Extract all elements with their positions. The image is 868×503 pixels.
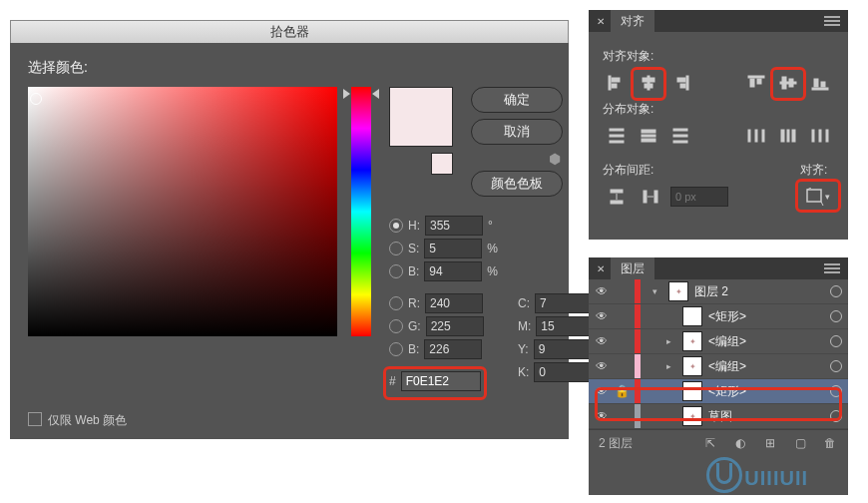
web-only-checkbox[interactable] bbox=[28, 412, 42, 426]
red-radio[interactable] bbox=[389, 296, 403, 310]
color-bar bbox=[635, 279, 641, 303]
g-label: G: bbox=[408, 319, 421, 333]
m-label: M: bbox=[518, 319, 531, 333]
b2-input[interactable] bbox=[424, 339, 482, 359]
r-input[interactable] bbox=[425, 293, 483, 313]
cube-icon: ⬢ bbox=[473, 151, 561, 167]
align-bottom-icon[interactable] bbox=[806, 71, 834, 95]
layer-name[interactable]: <编组> bbox=[708, 333, 824, 350]
target-icon[interactable] bbox=[830, 285, 842, 297]
layer-name[interactable]: 草图 bbox=[708, 408, 824, 425]
visibility-icon[interactable]: 👁 bbox=[595, 384, 609, 398]
g-input[interactable] bbox=[426, 316, 484, 336]
k-input[interactable] bbox=[534, 362, 592, 382]
twirl-icon[interactable]: ▾ bbox=[652, 286, 662, 296]
align-hcenter-icon[interactable] bbox=[635, 71, 662, 95]
close-icon[interactable]: ✕ bbox=[597, 263, 605, 274]
svg-rect-29 bbox=[762, 130, 764, 142]
target-icon[interactable] bbox=[830, 310, 842, 322]
visibility-icon[interactable]: 👁 bbox=[595, 334, 609, 348]
hdist-left-icon[interactable] bbox=[742, 124, 770, 148]
layer-row[interactable]: 👁🔒<矩形> bbox=[589, 379, 848, 404]
target-icon[interactable] bbox=[830, 335, 842, 347]
target-icon[interactable] bbox=[830, 360, 842, 372]
locate-icon[interactable]: ⇱ bbox=[702, 435, 718, 451]
visibility-icon[interactable]: 👁 bbox=[595, 359, 609, 373]
svg-rect-22 bbox=[642, 135, 655, 137]
svg-rect-32 bbox=[792, 130, 795, 142]
panel-menu-icon[interactable] bbox=[824, 263, 840, 273]
visibility-icon[interactable]: 👁 bbox=[595, 284, 609, 298]
layer-name[interactable]: <编组> bbox=[708, 358, 824, 375]
b-input[interactable] bbox=[424, 261, 482, 281]
align-vcenter-icon[interactable] bbox=[774, 71, 802, 95]
twirl-icon[interactable]: ▸ bbox=[666, 336, 676, 346]
hdist-center-icon[interactable] bbox=[774, 124, 802, 148]
panel-menu-icon[interactable] bbox=[824, 16, 840, 26]
hue-slider[interactable] bbox=[351, 87, 371, 336]
target-icon[interactable] bbox=[830, 385, 842, 397]
color-spectrum[interactable] bbox=[28, 87, 337, 336]
layer-name[interactable]: 图层 2 bbox=[694, 283, 824, 300]
sat-radio[interactable] bbox=[389, 242, 403, 255]
c-input[interactable] bbox=[535, 293, 593, 313]
layer-row[interactable]: 👁▾✦图层 2 bbox=[589, 279, 848, 304]
svg-rect-35 bbox=[826, 130, 828, 142]
svg-rect-34 bbox=[819, 130, 821, 142]
visibility-icon[interactable]: 👁 bbox=[595, 409, 609, 423]
m-input[interactable] bbox=[536, 316, 594, 336]
blue-radio[interactable] bbox=[389, 342, 403, 356]
align-tab[interactable]: 对齐 bbox=[611, 10, 654, 33]
hex-input[interactable] bbox=[401, 371, 481, 391]
delete-layer-icon[interactable]: 🗑 bbox=[822, 435, 838, 451]
close-icon[interactable]: ✕ bbox=[597, 16, 605, 27]
svg-rect-20 bbox=[610, 141, 624, 143]
hue-radio[interactable] bbox=[389, 219, 403, 233]
svg-rect-1 bbox=[612, 78, 620, 82]
layers-tab[interactable]: 图层 bbox=[611, 257, 654, 280]
mask-icon[interactable]: ◐ bbox=[732, 435, 748, 451]
hspace-icon[interactable] bbox=[637, 185, 664, 209]
ok-button[interactable]: 确定 bbox=[471, 87, 563, 113]
color-bar bbox=[635, 404, 641, 428]
vspace-icon[interactable] bbox=[603, 185, 631, 209]
twirl-icon[interactable]: ▸ bbox=[666, 361, 676, 371]
new-layer-icon[interactable]: ▢ bbox=[792, 435, 808, 451]
svg-rect-38 bbox=[644, 191, 647, 203]
svg-rect-26 bbox=[673, 141, 687, 143]
distribute-spacing-label: 分布间距: bbox=[603, 162, 728, 179]
align-right-icon[interactable] bbox=[666, 71, 694, 95]
vdist-bottom-icon[interactable] bbox=[666, 124, 694, 148]
bri-radio[interactable] bbox=[389, 264, 403, 278]
s-input[interactable] bbox=[424, 239, 482, 258]
h-input[interactable] bbox=[425, 216, 483, 236]
color-bar bbox=[635, 354, 641, 378]
layer-thumb: ✦ bbox=[668, 281, 688, 301]
layer-row[interactable]: 👁<矩形> bbox=[589, 304, 848, 329]
visibility-icon[interactable]: 👁 bbox=[595, 309, 609, 323]
align-to-artboard-icon[interactable]: ▾ bbox=[800, 185, 834, 209]
layer-name[interactable]: <矩形> bbox=[708, 308, 824, 325]
vdist-center-icon[interactable] bbox=[635, 124, 662, 148]
spectrum-cursor[interactable] bbox=[30, 93, 42, 105]
spacing-input[interactable]: 0 px bbox=[670, 187, 728, 207]
layer-row[interactable]: 👁▸✦<编组> bbox=[589, 354, 848, 379]
previous-color-swatch[interactable] bbox=[431, 153, 453, 175]
layer-row[interactable]: 👁✦草图 bbox=[589, 404, 848, 429]
new-sublayer-icon[interactable]: ⊞ bbox=[762, 435, 778, 451]
layer-row[interactable]: 👁▸✦<编组> bbox=[589, 329, 848, 354]
svg-rect-23 bbox=[642, 139, 655, 142]
align-top-icon[interactable] bbox=[742, 71, 770, 95]
cancel-button[interactable]: 取消 bbox=[471, 119, 563, 145]
lock-icon[interactable]: 🔒 bbox=[615, 384, 629, 398]
hdist-right-icon[interactable] bbox=[806, 124, 834, 148]
target-icon[interactable] bbox=[830, 410, 842, 422]
green-radio[interactable] bbox=[389, 319, 403, 333]
vdist-top-icon[interactable] bbox=[603, 124, 631, 148]
select-color-label: 选择颜色: bbox=[28, 59, 551, 77]
align-left-icon[interactable] bbox=[603, 71, 631, 95]
layer-name[interactable]: <矩形> bbox=[708, 383, 824, 400]
layer-thumb bbox=[682, 381, 702, 401]
y-input[interactable] bbox=[534, 339, 592, 359]
color-swatches-button[interactable]: 颜色色板 bbox=[471, 171, 563, 197]
